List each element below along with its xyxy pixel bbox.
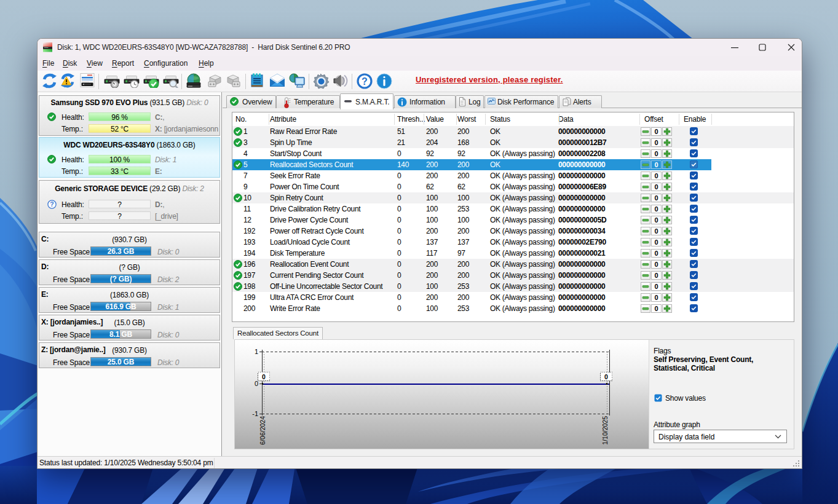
svg-text:?: ? xyxy=(362,76,368,87)
svg-text:0: 0 xyxy=(604,373,608,380)
svg-text:1/10/2025: 1/10/2025 xyxy=(601,416,609,445)
svg-text:6/06/2024: 6/06/2024 xyxy=(259,416,266,445)
svg-text:-1: -1 xyxy=(252,410,258,417)
svg-text:1: 1 xyxy=(255,348,258,355)
svg-text:0: 0 xyxy=(262,373,266,380)
svg-text:?: ? xyxy=(50,200,53,208)
